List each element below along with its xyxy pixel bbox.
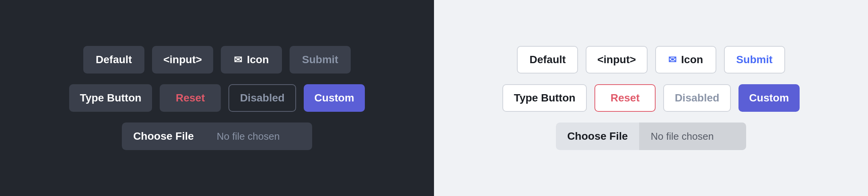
dark-submit-label: Submit [302,54,338,66]
dark-row-2: Type Button Reset Disabled Custom [69,84,365,112]
dark-disabled-button[interactable]: Disabled [228,84,296,112]
dark-custom-button[interactable]: Custom [304,84,365,112]
dark-disabled-label: Disabled [240,92,285,104]
light-choose-file-button[interactable]: Choose File [556,122,640,150]
dark-panel: Default <input> ✉ Icon Submit Type Butto… [0,0,434,196]
dark-typebutton-label: Type Button [80,92,141,104]
light-disabled-button[interactable]: Disabled [663,84,731,112]
envelope-icon: ✉ [234,54,242,66]
dark-reset-label: Reset [176,92,205,104]
envelope-icon-light: ✉ [668,54,677,66]
light-no-file-label: No file chosen [639,122,746,150]
light-default-label: Default [530,54,566,66]
dark-choose-file-label: Choose File [133,130,194,142]
dark-row-1: Default <input> ✉ Icon Submit [83,46,351,74]
light-submit-button[interactable]: Submit [724,46,785,74]
light-icon-button[interactable]: ✉ Icon [655,46,716,74]
dark-file-row: Choose File No file chosen [122,122,313,150]
light-typebutton-button[interactable]: Type Button [502,84,587,112]
light-reset-button[interactable]: Reset [594,84,656,112]
light-icon-label: Icon [681,54,703,66]
dark-input-label: <input> [163,54,202,66]
light-row-1: Default <input> ✉ Icon Submit [517,46,785,74]
dark-custom-label: Custom [314,92,354,104]
light-row-2: Type Button Reset Disabled Custom [502,84,800,112]
dark-default-label: Default [96,54,132,66]
light-disabled-label: Disabled [675,92,719,104]
light-submit-label: Submit [736,54,772,66]
light-default-button[interactable]: Default [517,46,578,74]
dark-no-file-label: No file chosen [205,122,312,150]
dark-submit-button[interactable]: Submit [290,46,351,74]
light-typebutton-label: Type Button [514,92,575,104]
dark-input-button[interactable]: <input> [152,46,213,74]
dark-icon-label: Icon [247,54,269,66]
light-input-label: <input> [597,54,636,66]
light-choose-file-label: Choose File [567,130,628,142]
dark-icon-button[interactable]: ✉ Icon [221,46,282,74]
light-custom-label: Custom [749,92,789,104]
dark-file-input: Choose File No file chosen [122,122,313,150]
light-reset-label: Reset [611,92,640,104]
light-input-button[interactable]: <input> [586,46,647,74]
light-file-input: Choose File No file chosen [556,122,747,150]
light-custom-button[interactable]: Custom [738,84,800,112]
dark-default-button[interactable]: Default [83,46,144,74]
dark-choose-file-button[interactable]: Choose File [122,122,206,150]
light-panel: Default <input> ✉ Icon Submit Type Butto… [434,0,868,196]
light-file-row: Choose File No file chosen [556,122,747,150]
dark-typebutton-button[interactable]: Type Button [69,84,152,112]
dark-reset-button[interactable]: Reset [160,84,221,112]
